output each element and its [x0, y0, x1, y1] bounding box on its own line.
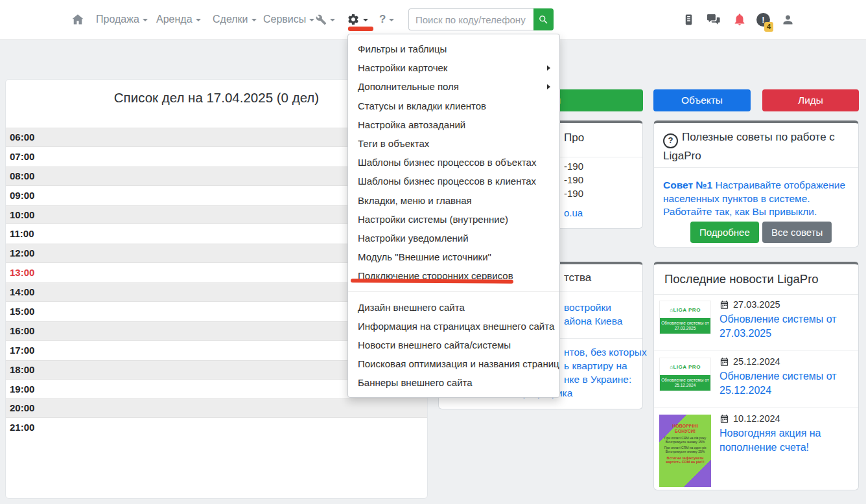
gear-icon — [347, 13, 360, 26]
news-link[interactable]: Новогодняя акция на пополнение счета! — [720, 426, 846, 455]
phone-fragment: -190 — [564, 188, 583, 199]
menu-item-notification-settings[interactable]: Настройки уведомлений — [348, 229, 559, 247]
nav-menu-label: Аренда — [156, 14, 193, 25]
nav-menu-rent[interactable]: Аренда — [156, 0, 201, 39]
nav-menu-label: Продажа — [96, 14, 139, 25]
news-thumbnail[interactable]: ⌂ LIGA PRO Обновление системы от27.03.20… — [659, 301, 711, 334]
notifications-button[interactable] — [732, 0, 747, 39]
nav-menu-sales[interactable]: Продажа — [96, 0, 148, 39]
search-button[interactable] — [533, 8, 554, 30]
all-tips-button[interactable]: Все советы — [762, 222, 832, 243]
divider — [654, 407, 858, 407]
news-thumbnail[interactable]: ⌂ LIGA PRO Обновление системы от25.12.20… — [659, 358, 711, 391]
menu-item-tabs-menu-main[interactable]: Вкладки, меню и главная — [348, 191, 559, 210]
menu-item-site-banners[interactable]: Баннеры внешнего сайта — [348, 373, 559, 392]
divider — [654, 294, 858, 295]
home-icon — [71, 13, 84, 26]
menu-item-site-news[interactable]: Новости внешнего сайта/системы — [348, 336, 559, 354]
time-row[interactable]: 20:00 — [6, 398, 427, 418]
wrench-icon — [316, 14, 327, 25]
nav-menu-label: Сервисы — [263, 14, 306, 25]
menu-item-site-design[interactable]: Дизайн внешнего сайта — [348, 297, 559, 316]
nav-menu-tools[interactable] — [316, 0, 335, 39]
site-link-fragment[interactable]: o.ua — [564, 207, 583, 218]
news-date: 25.12.2024 — [720, 356, 846, 367]
bell-icon — [732, 12, 747, 27]
news-thumbnail[interactable]: НОВОРІЧНІ БОНУСИ! При оплаті CRM на пів … — [659, 415, 711, 487]
agency-text-fragment: ь квартиру на — [564, 360, 627, 372]
balance-badge: 4 — [764, 22, 773, 32]
messages-button[interactable] — [706, 0, 721, 39]
search-input[interactable] — [408, 8, 533, 30]
menu-item-external-sources[interactable]: Модуль "Внешние источники" — [348, 247, 559, 266]
news-item: НОВОРІЧНІ БОНУСИ! При оплаті CRM на пів … — [659, 415, 854, 487]
menu-item-seo[interactable]: Поисковая оптимизация и названия страниц — [348, 354, 559, 373]
calendar-icon — [720, 357, 729, 367]
nav-menu-help[interactable]: ? — [379, 0, 394, 39]
news-item: ⌂ LIGA PRO Обновление системы от27.03.20… — [659, 301, 854, 341]
chevron-down-icon — [389, 19, 394, 21]
chevron-down-icon — [252, 19, 257, 21]
tip-more-button[interactable]: Подробнее — [690, 222, 759, 243]
chevron-down-icon — [363, 19, 368, 21]
chevron-down-icon — [330, 19, 335, 21]
home-button[interactable] — [71, 0, 84, 39]
menu-item-card-settings[interactable]: Настройки карточек — [348, 58, 559, 77]
news-card: Последние новости LigaPro ⌂ LIGA PRO Обн… — [653, 262, 859, 490]
menu-item-extra-fields[interactable]: Дополнительные поля — [348, 77, 559, 96]
nav-menu-settings[interactable] — [347, 0, 368, 39]
menu-divider — [348, 291, 559, 292]
tips-card: ?Полезные советы по работе с LigaPro Сов… — [653, 120, 859, 247]
news-item: ⌂ LIGA PRO Обновление системы от25.12.20… — [659, 358, 854, 398]
tip-label: Совет №1 — [663, 179, 712, 190]
submenu-arrow-icon — [547, 65, 550, 71]
menu-item-site-pages-info[interactable]: Информация на страницах внешнего сайта — [348, 317, 559, 336]
nav-menu-label: Сделки — [213, 14, 248, 25]
balance-icon: ! 4 — [756, 13, 770, 27]
leads-button[interactable]: Лиды — [762, 89, 859, 111]
ledger-icon — [683, 14, 695, 26]
news-date: 10.12.2024 — [720, 413, 846, 424]
agency-link-fragment[interactable]: востройки — [564, 302, 611, 314]
question-circle-icon: ? — [663, 133, 678, 148]
menu-item-system-settings[interactable]: Настройки системы (внутренние) — [348, 210, 559, 229]
search-icon — [538, 14, 549, 25]
nav-menu-deals[interactable]: Сделки — [213, 0, 257, 39]
submenu-arrow-icon — [547, 84, 550, 89]
calendar-icon — [720, 414, 729, 424]
calendar-icon — [720, 300, 729, 310]
tips-card-title: ?Полезные советы по работе с LigaPro — [663, 130, 851, 164]
divider — [654, 350, 858, 350]
ledger-button[interactable] — [683, 0, 695, 39]
agency-text-fragment: нтов, без которых — [564, 347, 647, 358]
phone-fragment: -190 — [564, 174, 583, 185]
agency-link-fragment[interactable]: айона Киева — [564, 315, 622, 327]
menu-item-object-tags[interactable]: Теги в объектах — [348, 134, 559, 153]
chevron-down-icon — [309, 19, 314, 21]
tip-text: Совет №1 Настраивайте отображение населе… — [663, 179, 852, 219]
news-date: 27.03.2025 — [720, 299, 846, 310]
menu-item-bp-clients[interactable]: Шаблоны бизнес процессов в клиентах — [348, 172, 559, 190]
news-link[interactable]: Обновление системы от 27.03.2025 — [720, 312, 846, 341]
profile-button[interactable] — [781, 0, 795, 39]
news-link[interactable]: Обновление системы от 25.12.2024 — [720, 369, 846, 398]
menu-item-autotasks[interactable]: Настройка автозаданий — [348, 115, 559, 134]
nav-menu-services[interactable]: Сервисы — [263, 0, 314, 39]
person-icon — [781, 13, 795, 27]
phone-fragment: -190 — [564, 161, 583, 172]
menu-item-client-statuses[interactable]: Статусы и вкладки клиентов — [348, 97, 559, 115]
chat-icon — [706, 12, 721, 27]
objects-button[interactable]: Объекты — [653, 89, 751, 111]
balance-button[interactable]: ! 4 — [756, 0, 770, 39]
chevron-down-icon — [196, 19, 201, 21]
news-card-title: Последние новости LigaPro — [664, 272, 819, 286]
agency-text-fragment: нке в Украине: — [564, 374, 631, 385]
chevron-down-icon — [143, 19, 148, 21]
help-icon: ? — [379, 13, 386, 26]
time-row[interactable]: 21:00 — [6, 418, 427, 437]
divider — [654, 167, 858, 168]
ligapro-crm-page: Продажа Аренда Сделки Сервисы ? — [0, 0, 866, 504]
menu-item-bp-objects[interactable]: Шаблоны бизнес процессов в объектах — [348, 153, 559, 172]
contacts-card-title-fragment: Про — [564, 132, 584, 144]
menu-item-filters-tables[interactable]: Фильтры и таблицы — [348, 40, 559, 58]
